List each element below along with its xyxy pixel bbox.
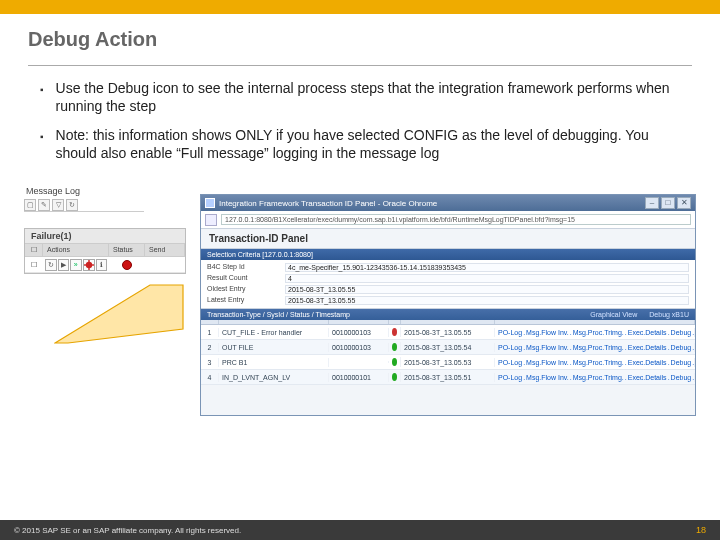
page-title: Debug Action xyxy=(28,28,692,51)
link-separator: . xyxy=(570,374,572,381)
cell-id: 3 xyxy=(201,358,219,367)
close-button[interactable]: ✕ xyxy=(677,197,691,209)
cell-sysid xyxy=(329,361,389,363)
link-separator: . xyxy=(523,374,525,381)
criteria-row: Oldest Entry 2015-08-3T_13.05.55 xyxy=(203,284,693,295)
table-band-left: Transaction-Type / SysId / Status / Time… xyxy=(207,311,350,318)
panel-title: Transaction-ID Panel xyxy=(201,229,695,249)
criteria-label: Latest Entry xyxy=(207,296,285,305)
minimize-button[interactable]: – xyxy=(645,197,659,209)
link-separator: . xyxy=(570,344,572,351)
bullet-text: Use the Debug icon to see the internal p… xyxy=(56,80,692,115)
retry-icon[interactable]: ↻ xyxy=(45,259,57,271)
row-link[interactable]: Exec.Details xyxy=(628,374,667,381)
filter-icon[interactable]: ▽ xyxy=(52,199,64,211)
link-separator: . xyxy=(625,359,627,366)
link-separator: . xyxy=(625,329,627,336)
page-icon[interactable]: ▢ xyxy=(24,199,36,211)
maximize-button[interactable]: □ xyxy=(661,197,675,209)
row-link[interactable]: Msg.Flow Inv. xyxy=(526,374,569,381)
row-link[interactable]: PO-Log xyxy=(498,329,522,336)
cell-name: CUT_FILE - Error handler xyxy=(219,328,329,337)
info-icon[interactable]: ℹ xyxy=(96,259,108,271)
link-separator: . xyxy=(523,359,525,366)
cell-timestamp: 2015-08-3T_13.05.53 xyxy=(401,358,495,367)
col-name xyxy=(219,320,329,324)
row-actions: ↻ ▶ » ℹ xyxy=(43,258,109,272)
message-log-toolbar: ▢ ✎ ▽ ↻ xyxy=(24,198,144,212)
cell-status xyxy=(389,327,401,337)
row-checkbox[interactable]: ☐ xyxy=(25,260,43,270)
row-link[interactable]: Msg.Proc.Trimg. xyxy=(573,374,624,381)
play-icon[interactable]: ▶ xyxy=(58,259,70,271)
debug-icon[interactable] xyxy=(83,259,95,271)
criteria-value: 4 xyxy=(285,274,689,283)
window-titlebar: Integration Framework Transaction ID Pan… xyxy=(201,195,695,211)
brand-topbar xyxy=(0,0,720,14)
cell-timestamp: 2015-08-3T_13.05.54 xyxy=(401,343,495,352)
row-link[interactable]: Exec.Details xyxy=(628,344,667,351)
grid-row: 2OUT FILE00100001032015-08-3T_13.05.54PO… xyxy=(201,340,695,355)
col-id xyxy=(201,320,219,324)
app-icon xyxy=(205,198,215,208)
cell-id: 2 xyxy=(201,343,219,352)
url-bar: 127.0.0.1:8080/B1Xcellerator/exec/dummy/… xyxy=(201,211,695,229)
link-separator: . xyxy=(692,359,694,366)
refresh-icon[interactable]: ↻ xyxy=(66,199,78,211)
message-log-header: Message Log xyxy=(24,184,82,198)
page-icon xyxy=(205,214,217,226)
cell-links: PO-Log.Msg.Flow Inv..Msg.Proc.Trimg..Exe… xyxy=(495,328,695,337)
cell-name: OUT FILE xyxy=(219,343,329,352)
cell-sysid: 0010000103 xyxy=(329,343,389,352)
row-link[interactable]: PO-Log xyxy=(498,344,522,351)
criteria-label: Oldest Entry xyxy=(207,285,285,294)
actions-header: Actions xyxy=(43,244,109,256)
row-link[interactable]: Debug xyxy=(671,359,692,366)
link-separator: . xyxy=(570,359,572,366)
status-dot xyxy=(392,343,397,351)
grid-row: 4IN_D_LVNT_AGN_LV00100001012015-08-3T_13… xyxy=(201,370,695,385)
pencil-icon[interactable]: ✎ xyxy=(38,199,50,211)
svg-rect-1 xyxy=(88,260,89,262)
cell-links: PO-Log.Msg.Flow Inv..Msg.Proc.Trimg..Exe… xyxy=(495,358,695,367)
cell-id: 4 xyxy=(201,373,219,382)
link-separator: . xyxy=(523,344,525,351)
cell-timestamp: 2015-08-3T_13.05.55 xyxy=(401,328,495,337)
criteria-value: 2015-08-3T_13.05.55 xyxy=(285,285,689,294)
row-link[interactable]: Debug xyxy=(671,344,692,351)
link-separator: . xyxy=(625,374,627,381)
row-link[interactable]: Msg.Proc.Trimg. xyxy=(573,329,624,336)
screenshot-area: Message Log ▢ ✎ ▽ ↻ Failure(1) ☐ Actions… xyxy=(24,180,696,416)
cell-links: PO-Log.Msg.Flow Inv..Msg.Proc.Trimg..Exe… xyxy=(495,373,695,382)
row-link[interactable]: Msg.Proc.Trimg. xyxy=(573,359,624,366)
row-link[interactable]: Msg.Flow Inv. xyxy=(526,344,569,351)
cell-status xyxy=(389,342,401,352)
row-link[interactable]: Debug xyxy=(671,329,692,336)
link-separator: . xyxy=(668,329,670,336)
slide-footer: © 2015 SAP SE or an SAP affiliate compan… xyxy=(0,520,720,540)
url-text[interactable]: 127.0.0.1:8080/B1Xcellerator/exec/dummy/… xyxy=(221,214,691,225)
row-status xyxy=(109,260,145,270)
row-link[interactable]: PO-Log xyxy=(498,374,522,381)
row-link[interactable]: Msg.Flow Inv. xyxy=(526,329,569,336)
row-link[interactable]: PO-Log xyxy=(498,359,522,366)
failure-panel: Failure(1) ☐ Actions Status Send ☐ ↻ ▶ »… xyxy=(24,228,186,274)
row-link[interactable]: Exec.Details xyxy=(628,329,667,336)
svg-rect-3 xyxy=(84,264,86,265)
graphical-view-link[interactable]: Graphical View xyxy=(590,311,637,318)
grid-body: 1CUT_FILE - Error handler00100001032015-… xyxy=(201,325,695,385)
link-separator: . xyxy=(692,329,694,336)
row-link[interactable]: Msg.Flow Inv. xyxy=(526,359,569,366)
status-dot xyxy=(392,328,397,336)
copyright-text: © 2015 SAP SE or an SAP affiliate compan… xyxy=(14,526,241,535)
row-link[interactable]: Debug xyxy=(671,374,692,381)
failure-title: Failure(1) xyxy=(25,229,185,244)
forward-icon[interactable]: » xyxy=(70,259,82,271)
bullet-item: ▪ Note: this information shows ONLY if y… xyxy=(40,127,692,162)
row-link[interactable]: Exec.Details xyxy=(628,359,667,366)
debug-xb1u-link[interactable]: Debug xB1U xyxy=(649,311,689,318)
window-title-text: Integration Framework Transaction ID Pan… xyxy=(219,199,437,208)
failure-row: ☐ ↻ ▶ » ℹ xyxy=(25,257,185,273)
row-link[interactable]: Msg.Proc.Trimg. xyxy=(573,344,624,351)
criteria-row: B4C Step Id 4c_me-Specifier_15.901-12343… xyxy=(203,262,693,273)
